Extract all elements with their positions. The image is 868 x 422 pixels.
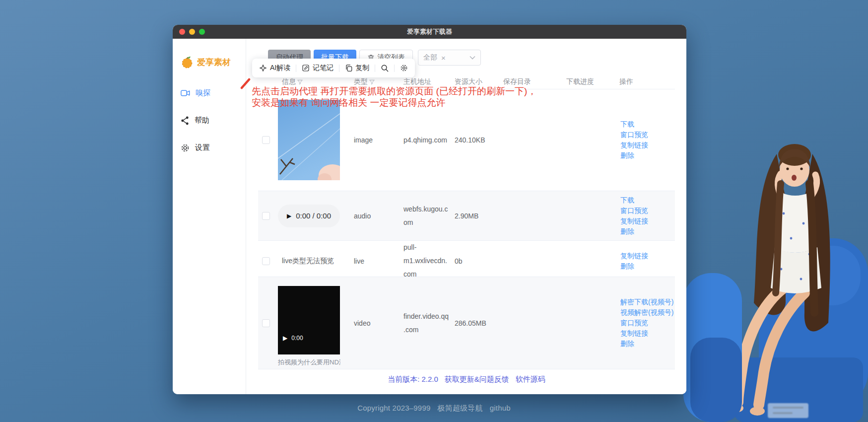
row-checkbox[interactable] (262, 212, 270, 220)
video-caption: 拍视频为什么要用ND滤 (278, 358, 340, 367)
cell-type: video (350, 319, 400, 327)
type-filter-value: 全部 (423, 53, 437, 62)
ai-interpret-button[interactable]: AI解读 (259, 64, 290, 72)
gear-icon (400, 64, 408, 72)
row-checkbox[interactable] (262, 136, 270, 144)
sidebar-item-label: 嗅探 (196, 88, 210, 98)
desktop-copyright: Copyright 2023–9999极简超级导航github (0, 404, 868, 413)
search-icon (381, 64, 389, 72)
window-preview-link[interactable]: 窗口预览 (620, 206, 675, 215)
table-row-image: image p4.qhimg.com 240.10KB 下载 窗口预览 复制链接… (258, 89, 675, 191)
app-logo: 爱享素材 (181, 56, 246, 69)
copy-button[interactable]: 复制 (345, 64, 369, 72)
window-preview-link[interactable]: 窗口预览 (620, 130, 675, 140)
cell-size: 0b (451, 257, 499, 265)
sidebar-item-settings[interactable]: 设置 (181, 143, 246, 152)
header-size: 资源大小 (451, 77, 499, 86)
toolbar-settings-button[interactable] (400, 64, 408, 72)
cell-host: webfs.kugou.com (403, 203, 450, 229)
audio-player[interactable]: ▶ 0:00 / 0:00 (278, 205, 340, 227)
video-camera-icon (181, 89, 190, 97)
ai-sparkle-icon (259, 64, 267, 72)
copy-link-link[interactable]: 复制链接 (620, 329, 675, 338)
cell-host: p4.qhimg.com (403, 134, 450, 147)
play-icon[interactable]: ▶ (283, 335, 287, 342)
sidebar-nav: 嗅探 帮助 设置 (181, 88, 246, 152)
table-footer: 当前版本: 2.2.0 获取更新&问题反馈 软件源码 (258, 369, 675, 389)
sidebar: 爱享素材 嗅探 帮助 (173, 39, 246, 394)
decrypt-download-link[interactable]: 解密下载(视频号) (620, 297, 675, 307)
cell-type: image (350, 136, 400, 144)
cell-host: pull-m1.wxlivecdn.com (403, 241, 450, 281)
download-link[interactable]: 下载 (620, 120, 675, 129)
sidebar-item-help[interactable]: 帮助 (181, 116, 246, 125)
cell-type: live (350, 257, 400, 265)
filter-icon[interactable] (369, 79, 375, 85)
share-icon (181, 116, 189, 125)
delete-link[interactable]: 删除 (620, 262, 675, 271)
row-checkbox[interactable] (262, 319, 270, 327)
character-illustration (679, 124, 868, 422)
video-player[interactable]: ▶ 0:00 (278, 286, 340, 354)
cell-host: finder.video.qq.com (403, 310, 450, 337)
copy-link-link[interactable]: 复制链接 (620, 216, 675, 226)
selection-toolbar: AI解读 记笔记 复制 (252, 59, 415, 77)
app-window: 爱享素材下载器 爱享素材 嗅探 (173, 25, 686, 394)
filter-icon[interactable] (297, 79, 303, 85)
copy-label: 复制 (355, 64, 369, 72)
update-feedback-link[interactable]: 获取更新&问题反馈 (445, 375, 509, 384)
play-icon[interactable]: ▶ (287, 212, 291, 219)
row-checkbox[interactable] (262, 257, 270, 265)
clear-filter-icon[interactable]: × (441, 54, 446, 62)
version-text: 当前版本: 2.2.0 (388, 375, 438, 384)
titlebar: 爱享素材下载器 (173, 25, 686, 39)
table-header: 信息 类型 主机地址 资源大小 保存目录 下载进度 操作 (258, 77, 675, 89)
video-time: 0:00 (291, 335, 303, 342)
video-decrypt-link[interactable]: 视频解密(视频号) (620, 308, 675, 317)
brand-text: 极简超级导航 (437, 404, 482, 412)
resource-table: 信息 类型 主机地址 资源大小 保存目录 下载进度 操作 (258, 77, 675, 389)
sidebar-item-label: 设置 (195, 143, 210, 152)
table-row-audio: ▶ 0:00 / 0:00 audio webfs.kugou.com 2.90… (258, 191, 675, 241)
window-preview-link[interactable]: 窗口预览 (620, 318, 675, 328)
download-link[interactable]: 下载 (620, 196, 675, 205)
take-notes-button[interactable]: 记笔记 (302, 64, 334, 72)
window-title: 爱享素材下载器 (173, 27, 686, 36)
audio-time: 0:00 / 0:00 (296, 211, 331, 220)
watermark (768, 403, 808, 418)
table-row-video: ▶ 0:00 拍视频为什么要用ND滤 video finder.video.qq… (258, 277, 675, 369)
header-type: 类型 (354, 77, 368, 86)
cell-actions: 复制链接 删除 (615, 251, 675, 271)
app-logo-label: 爱享素材 (197, 57, 231, 68)
header-info: 信息 (282, 77, 296, 86)
sidebar-item-label: 帮助 (195, 116, 209, 125)
header-progress: 下载进度 (562, 77, 615, 86)
cell-size: 286.05MB (451, 319, 499, 327)
header-actions: 操作 (615, 77, 675, 86)
delete-link[interactable]: 删除 (620, 339, 675, 349)
sidebar-item-sniff[interactable]: 嗅探 (181, 88, 246, 98)
note-pencil-icon (302, 64, 310, 72)
image-thumbnail[interactable] (278, 100, 340, 180)
take-notes-label: 记笔记 (313, 64, 334, 72)
copy-link-link[interactable]: 复制链接 (620, 141, 675, 150)
cell-info: live类型无法预览 (278, 257, 350, 266)
source-code-link[interactable]: 软件源码 (516, 375, 545, 384)
cell-actions: 下载 窗口预览 复制链接 删除 (615, 196, 675, 236)
type-filter-select[interactable]: 全部 × (418, 50, 481, 66)
table-row-live: live类型无法预览 live pull-m1.wxlivecdn.com 0b… (258, 241, 675, 277)
cell-size: 2.90MB (451, 212, 499, 220)
ai-interpret-label: AI解读 (270, 64, 290, 72)
tangerine-logo-icon (181, 56, 194, 69)
copy-icon (345, 64, 352, 72)
delete-link[interactable]: 删除 (620, 151, 675, 160)
delete-link[interactable]: 删除 (620, 227, 675, 236)
copy-link-link[interactable]: 复制链接 (620, 251, 675, 261)
cell-type: audio (350, 212, 400, 220)
chevron-down-icon (469, 56, 475, 60)
gear-icon (181, 143, 190, 152)
main-content: 启动代理 批量下载 清空列表 全部 × (246, 39, 686, 394)
github-text: github (490, 404, 511, 412)
search-button[interactable] (381, 64, 389, 72)
cell-actions: 下载 窗口预览 复制链接 删除 (615, 120, 675, 160)
